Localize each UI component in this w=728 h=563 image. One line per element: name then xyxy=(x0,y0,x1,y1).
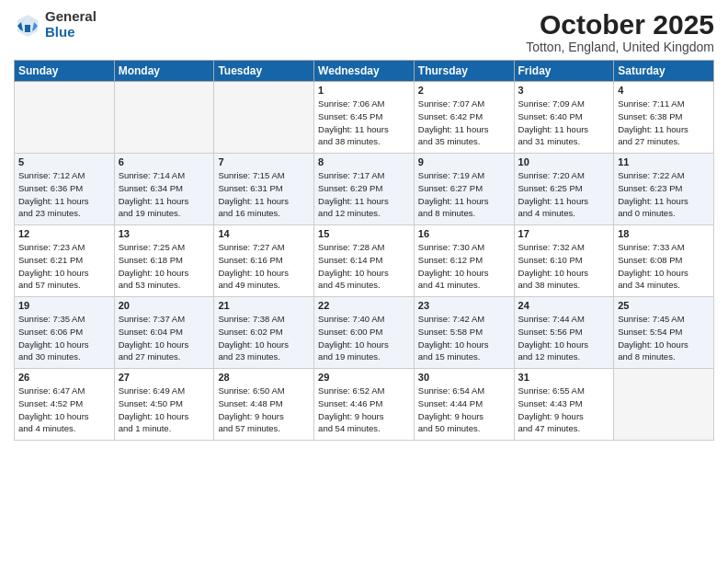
day-info: Sunrise: 7:27 AM Sunset: 6:16 PM Dayligh… xyxy=(218,241,310,292)
calendar-row: 5Sunrise: 7:12 AM Sunset: 6:36 PM Daylig… xyxy=(15,154,714,225)
day-info: Sunrise: 7:06 AM Sunset: 6:45 PM Dayligh… xyxy=(318,98,410,148)
day-info: Sunrise: 7:38 AM Sunset: 6:02 PM Dayligh… xyxy=(218,313,310,363)
logo-text: General Blue xyxy=(45,9,97,40)
day-number: 15 xyxy=(318,228,410,239)
day-number: 19 xyxy=(18,300,110,311)
table-row: 10Sunrise: 7:20 AM Sunset: 6:25 PM Dayli… xyxy=(514,154,614,225)
table-row: 4Sunrise: 7:11 AM Sunset: 6:38 PM Daylig… xyxy=(614,82,714,154)
table-row: 22Sunrise: 7:40 AM Sunset: 6:00 PM Dayli… xyxy=(314,297,415,369)
title-block: October 2025 Totton, England, United Kin… xyxy=(526,9,714,54)
day-info: Sunrise: 7:40 AM Sunset: 6:00 PM Dayligh… xyxy=(318,313,410,363)
day-info: Sunrise: 7:23 AM Sunset: 6:21 PM Dayligh… xyxy=(18,241,110,292)
day-number: 28 xyxy=(218,372,310,383)
day-info: Sunrise: 7:22 AM Sunset: 6:23 PM Dayligh… xyxy=(618,169,710,220)
table-row: 6Sunrise: 7:14 AM Sunset: 6:34 PM Daylig… xyxy=(114,154,214,225)
table-row: 28Sunrise: 6:50 AM Sunset: 4:48 PM Dayli… xyxy=(214,369,314,441)
day-info: Sunrise: 7:07 AM Sunset: 6:42 PM Dayligh… xyxy=(418,98,510,148)
header-friday: Friday xyxy=(514,61,614,82)
location: Totton, England, United Kingdom xyxy=(526,40,714,54)
table-row: 19Sunrise: 7:35 AM Sunset: 6:06 PM Dayli… xyxy=(15,297,115,369)
day-info: Sunrise: 7:19 AM Sunset: 6:27 PM Dayligh… xyxy=(418,169,510,220)
calendar-row: 19Sunrise: 7:35 AM Sunset: 6:06 PM Dayli… xyxy=(15,297,714,369)
day-number: 7 xyxy=(218,156,310,167)
day-number: 21 xyxy=(218,300,310,311)
table-row: 16Sunrise: 7:30 AM Sunset: 6:12 PM Dayli… xyxy=(414,225,514,297)
day-info: Sunrise: 7:33 AM Sunset: 6:08 PM Dayligh… xyxy=(618,241,710,292)
table-row xyxy=(614,369,714,441)
table-row: 3Sunrise: 7:09 AM Sunset: 6:40 PM Daylig… xyxy=(514,82,614,154)
day-number: 4 xyxy=(618,85,710,96)
day-info: Sunrise: 6:55 AM Sunset: 4:43 PM Dayligh… xyxy=(518,385,610,435)
calendar-row: 26Sunrise: 6:47 AM Sunset: 4:52 PM Dayli… xyxy=(15,369,714,441)
table-row: 9Sunrise: 7:19 AM Sunset: 6:27 PM Daylig… xyxy=(414,154,514,225)
day-info: Sunrise: 7:28 AM Sunset: 6:14 PM Dayligh… xyxy=(318,241,410,292)
day-number: 9 xyxy=(418,156,510,167)
table-row: 30Sunrise: 6:54 AM Sunset: 4:44 PM Dayli… xyxy=(414,369,514,441)
svg-rect-1 xyxy=(25,25,30,32)
day-info: Sunrise: 7:11 AM Sunset: 6:38 PM Dayligh… xyxy=(618,98,710,148)
day-info: Sunrise: 7:12 AM Sunset: 6:36 PM Dayligh… xyxy=(18,169,110,220)
day-number: 11 xyxy=(618,156,710,167)
table-row: 26Sunrise: 6:47 AM Sunset: 4:52 PM Dayli… xyxy=(15,369,115,441)
day-info: Sunrise: 6:54 AM Sunset: 4:44 PM Dayligh… xyxy=(418,385,510,435)
page: General Blue October 2025 Totton, Englan… xyxy=(0,0,728,563)
day-number: 16 xyxy=(418,228,510,239)
header-tuesday: Tuesday xyxy=(214,61,314,82)
table-row: 18Sunrise: 7:33 AM Sunset: 6:08 PM Dayli… xyxy=(614,225,714,297)
header-monday: Monday xyxy=(114,61,214,82)
month-title: October 2025 xyxy=(526,9,714,40)
day-number: 25 xyxy=(618,300,710,311)
day-info: Sunrise: 7:20 AM Sunset: 6:25 PM Dayligh… xyxy=(518,169,610,220)
day-info: Sunrise: 7:17 AM Sunset: 6:29 PM Dayligh… xyxy=(318,169,410,220)
table-row: 11Sunrise: 7:22 AM Sunset: 6:23 PM Dayli… xyxy=(614,154,714,225)
calendar-header-row: Sunday Monday Tuesday Wednesday Thursday… xyxy=(15,61,714,82)
day-info: Sunrise: 7:15 AM Sunset: 6:31 PM Dayligh… xyxy=(218,169,310,220)
table-row: 23Sunrise: 7:42 AM Sunset: 5:58 PM Dayli… xyxy=(414,297,514,369)
day-info: Sunrise: 7:45 AM Sunset: 5:54 PM Dayligh… xyxy=(618,313,710,363)
day-number: 27 xyxy=(119,372,210,383)
day-info: Sunrise: 7:30 AM Sunset: 6:12 PM Dayligh… xyxy=(418,241,510,292)
day-number: 8 xyxy=(318,156,410,167)
header-wednesday: Wednesday xyxy=(314,61,415,82)
logo: General Blue xyxy=(14,9,97,40)
day-info: Sunrise: 7:35 AM Sunset: 6:06 PM Dayligh… xyxy=(18,313,110,363)
day-number: 6 xyxy=(119,156,210,167)
day-number: 5 xyxy=(18,156,110,167)
table-row: 14Sunrise: 7:27 AM Sunset: 6:16 PM Dayli… xyxy=(214,225,314,297)
day-info: Sunrise: 7:09 AM Sunset: 6:40 PM Dayligh… xyxy=(518,98,610,148)
table-row: 27Sunrise: 6:49 AM Sunset: 4:50 PM Dayli… xyxy=(114,369,214,441)
table-row: 12Sunrise: 7:23 AM Sunset: 6:21 PM Dayli… xyxy=(15,225,115,297)
day-number: 12 xyxy=(18,228,110,239)
table-row: 7Sunrise: 7:15 AM Sunset: 6:31 PM Daylig… xyxy=(214,154,314,225)
header: General Blue October 2025 Totton, Englan… xyxy=(14,9,714,54)
day-number: 24 xyxy=(518,300,610,311)
day-info: Sunrise: 6:52 AM Sunset: 4:46 PM Dayligh… xyxy=(318,385,410,435)
logo-general: General xyxy=(45,9,97,25)
day-number: 17 xyxy=(518,228,610,239)
table-row: 13Sunrise: 7:25 AM Sunset: 6:18 PM Dayli… xyxy=(114,225,214,297)
calendar-row: 12Sunrise: 7:23 AM Sunset: 6:21 PM Dayli… xyxy=(15,225,714,297)
day-number: 18 xyxy=(618,228,710,239)
logo-blue: Blue xyxy=(45,25,97,40)
header-sunday: Sunday xyxy=(15,61,115,82)
day-number: 23 xyxy=(418,300,510,311)
day-number: 20 xyxy=(119,300,210,311)
table-row: 8Sunrise: 7:17 AM Sunset: 6:29 PM Daylig… xyxy=(314,154,415,225)
table-row: 31Sunrise: 6:55 AM Sunset: 4:43 PM Dayli… xyxy=(514,369,614,441)
table-row: 20Sunrise: 7:37 AM Sunset: 6:04 PM Dayli… xyxy=(114,297,214,369)
day-info: Sunrise: 6:50 AM Sunset: 4:48 PM Dayligh… xyxy=(218,385,310,435)
table-row: 17Sunrise: 7:32 AM Sunset: 6:10 PM Dayli… xyxy=(514,225,614,297)
day-info: Sunrise: 7:25 AM Sunset: 6:18 PM Dayligh… xyxy=(119,241,210,292)
day-number: 2 xyxy=(418,85,510,96)
table-row: 29Sunrise: 6:52 AM Sunset: 4:46 PM Dayli… xyxy=(314,369,415,441)
day-number: 14 xyxy=(218,228,310,239)
table-row: 15Sunrise: 7:28 AM Sunset: 6:14 PM Dayli… xyxy=(314,225,415,297)
day-number: 13 xyxy=(119,228,210,239)
day-number: 1 xyxy=(318,85,410,96)
table-row: 24Sunrise: 7:44 AM Sunset: 5:56 PM Dayli… xyxy=(514,297,614,369)
calendar-row: 1Sunrise: 7:06 AM Sunset: 6:45 PM Daylig… xyxy=(15,82,714,154)
day-number: 26 xyxy=(18,372,110,383)
table-row xyxy=(214,82,314,154)
day-number: 29 xyxy=(318,372,410,383)
day-info: Sunrise: 7:14 AM Sunset: 6:34 PM Dayligh… xyxy=(119,169,210,220)
